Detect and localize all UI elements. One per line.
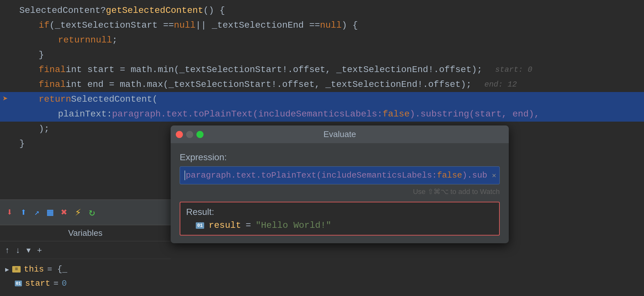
code-hint-start: start: 0	[495, 62, 532, 77]
variables-header: Variables	[0, 225, 171, 241]
move-down-button[interactable]: ↓	[16, 245, 20, 255]
result-equals: =	[246, 220, 251, 230]
code-token: int start = math.min(_textSelectionStart…	[66, 62, 482, 77]
lightning-icon[interactable]: ⚡	[75, 206, 81, 219]
code-line-1: SelectedContent? getSelectedContent() {	[0, 3, 644, 18]
start-var-value: =	[53, 279, 59, 288]
variables-title: Variables	[68, 228, 102, 238]
expression-input[interactable]: paragraph.text.toPlainText(includeSemant…	[180, 166, 500, 184]
code-token: SelectedContent?	[19, 3, 106, 18]
code-token: ;	[112, 33, 118, 48]
debugger-arrow: ➤	[3, 92, 8, 107]
add-button[interactable]: +	[37, 245, 42, 255]
run-to-cursor-icon[interactable]: ▦	[47, 206, 53, 219]
result-label: Result:	[186, 207, 493, 217]
expr-false-value: false	[437, 171, 462, 180]
expr-text-main: paragraph.text.toPlainText(includeSemant…	[186, 171, 437, 180]
code-token: SelectedContent(	[71, 92, 158, 107]
expand-this-icon: ▶	[5, 265, 9, 273]
code-token: null	[174, 18, 195, 33]
result-value: "Hello World!"	[256, 220, 331, 230]
code-line-7: ➤ return SelectedContent(	[0, 92, 644, 107]
traffic-lights	[176, 131, 204, 138]
step-into-icon[interactable]: ⬆	[20, 206, 26, 219]
expression-label: Expression:	[180, 152, 500, 162]
code-token: return	[58, 33, 90, 48]
popup-titlebar: Evaluate	[171, 125, 509, 143]
maximize-button[interactable]	[196, 131, 204, 138]
expr-text-sub: ).sub	[462, 171, 487, 180]
variable-start-row[interactable]: 01 start = 0	[5, 276, 166, 291]
code-token: plainText:	[58, 107, 112, 122]
variables-content: ▶ ≡ this = {_ 01 start = 0	[0, 259, 171, 294]
code-token: int end = math.max(_textSelectionStart!.…	[66, 77, 471, 92]
variable-this-row[interactable]: ▶ ≡ this = {_	[5, 262, 166, 276]
code-token: () {	[203, 3, 225, 18]
code-line-8: plainText: paragraph.text.toPlainText(in…	[0, 107, 644, 122]
this-var-name: this	[24, 264, 44, 274]
start-var-name: start	[25, 279, 50, 288]
evaluate-popup: Evaluate Expression: paragraph.text.toPl…	[171, 125, 509, 243]
code-token: getSelectedContent	[106, 3, 203, 18]
code-line-6: final int end = math.max(_textSelectionS…	[0, 77, 644, 92]
result-type-icon: 01	[196, 222, 204, 229]
this-var-value: = {_	[47, 264, 67, 274]
code-token: || _textSelectionEnd ==	[195, 18, 320, 33]
step-out-icon[interactable]: ↗	[34, 207, 40, 217]
refresh-icon[interactable]: ↻	[89, 206, 95, 219]
code-token: );	[39, 122, 50, 136]
code-editor: SelectedContent? getSelectedContent() { …	[0, 0, 644, 296]
code-hint-end: end: 12	[484, 77, 517, 92]
popup-body: Expression: paragraph.text.toPlainText(i…	[171, 143, 509, 243]
code-token: final	[39, 62, 66, 77]
code-line-4: }	[0, 48, 644, 62]
text-cursor	[185, 171, 185, 180]
variables-panel: Variables ↑ ↓ ▾ + ▶ ≡ this = {_ 01 start…	[0, 225, 171, 296]
code-token: null	[90, 33, 112, 48]
close-button[interactable]	[176, 131, 183, 138]
code-token: }	[19, 136, 25, 151]
code-token: return	[39, 92, 71, 107]
code-token: false	[383, 107, 410, 122]
code-token: null	[320, 18, 342, 33]
variables-toolbar: ↑ ↓ ▾ +	[0, 241, 171, 259]
this-type-icon: ≡	[12, 266, 21, 273]
start-type-icon: 01	[15, 281, 22, 286]
code-token: paragraph.text.toPlainText(includeSemant…	[112, 107, 383, 122]
watch-hint: Use ⇧⌘⌥ to add to Watch	[180, 188, 500, 196]
code-token: ).substring(start, end),	[410, 107, 539, 122]
step-over-icon[interactable]: ⬇	[6, 206, 13, 219]
code-token: }	[39, 48, 44, 62]
minimize-button[interactable]	[186, 131, 193, 138]
expand-button[interactable]: ▾	[26, 245, 31, 255]
clear-expression-icon[interactable]: ✕	[492, 171, 496, 180]
code-token: (_textSelectionStart ==	[50, 18, 174, 33]
debug-toolbar: ⬇ ⬆ ↗ ▦ ✖ ⚡ ↻	[0, 199, 171, 225]
code-line-2: if (_textSelectionStart == null || _text…	[0, 18, 644, 33]
result-var-name: result	[209, 220, 241, 230]
code-token: final	[39, 77, 66, 92]
code-line-5: final int start = math.min(_textSelectio…	[0, 62, 644, 77]
stop-icon[interactable]: ✖	[61, 206, 67, 219]
move-up-button[interactable]: ↑	[5, 245, 9, 255]
result-row: 01 result = "Hello World!"	[186, 220, 493, 230]
code-line-3: return null;	[0, 33, 644, 48]
result-box: Result: 01 result = "Hello World!"	[180, 202, 500, 236]
code-token: if	[39, 18, 50, 33]
code-token: ) {	[342, 18, 358, 33]
popup-title: Evaluate	[323, 129, 356, 139]
start-var-num: 0	[62, 279, 67, 288]
